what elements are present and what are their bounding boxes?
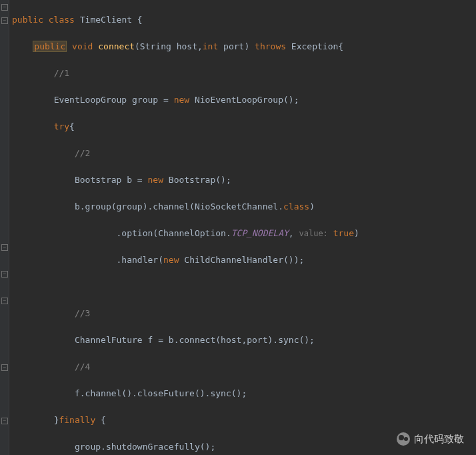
inline-hint: value:: [299, 229, 327, 238]
keyword: class: [283, 201, 309, 211]
code-line[interactable]: group.shutdownGracefully();: [12, 440, 440, 454]
code-editor[interactable]: − − − − − − − public class TimeClient { …: [0, 0, 476, 455]
fold-icon[interactable]: −: [1, 418, 8, 424]
comment: //3: [75, 308, 90, 318]
code-line[interactable]: //2: [12, 147, 440, 160]
keyword: class: [49, 15, 75, 25]
fold-icon[interactable]: −: [1, 244, 8, 251]
keyword-highlighted: public: [33, 41, 67, 52]
code-line[interactable]: [12, 280, 440, 294]
fold-icon[interactable]: −: [1, 298, 8, 304]
keyword: finally: [59, 415, 95, 425]
code-line[interactable]: EventLoopGroup group = new NioEventLoopG…: [12, 93, 440, 107]
code-line[interactable]: public class TimeClient {: [12, 13, 440, 27]
keyword: try: [54, 121, 69, 131]
params: port): [218, 41, 255, 51]
static-field: TCP_NODELAY: [231, 228, 289, 238]
comment: //1: [54, 68, 69, 78]
keyword: new: [174, 95, 189, 105]
fold-icon[interactable]: −: [1, 17, 8, 24]
text: {: [69, 121, 75, 131]
code-line[interactable]: f.channel().closeFuture().sync();: [12, 387, 440, 400]
code-line[interactable]: b.group(group).channel(NioSocketChannel.…: [12, 200, 440, 213]
gutter: − − − − − − −: [0, 0, 9, 455]
code-line[interactable]: .option(ChannelOption.TCP_NODELAY, value…: [12, 227, 440, 240]
comment: //4: [75, 362, 90, 372]
code-line[interactable]: //3: [12, 307, 440, 320]
text: Bootstrap b =: [75, 175, 148, 185]
params: (String host,: [135, 41, 203, 51]
code-line[interactable]: ChannelFuture f = b.connect(host,port).s…: [12, 334, 440, 347]
keyword: new: [148, 175, 163, 185]
keyword: int: [203, 41, 218, 51]
text: ChildChannelHandler());: [179, 255, 304, 265]
code-line[interactable]: try{: [12, 120, 440, 133]
keyword: new: [163, 255, 179, 265]
code-line[interactable]: public void connect(String host,int port…: [12, 40, 440, 53]
fold-icon[interactable]: −: [1, 4, 8, 11]
comment: //2: [75, 148, 90, 158]
keyword: throws: [255, 41, 286, 51]
text: ChannelFuture f = b.connect(host,port).s…: [75, 335, 315, 345]
keyword: public: [12, 15, 43, 25]
wechat-icon: [397, 432, 410, 446]
keyword: void: [72, 41, 93, 51]
code-line[interactable]: Bootstrap b = new Bootstrap();: [12, 173, 440, 187]
text: .handler(: [117, 255, 163, 265]
text: Exception{: [286, 41, 343, 51]
watermark-text: 向代码致敬: [414, 432, 464, 446]
code-line[interactable]: //4: [12, 360, 440, 374]
fold-icon[interactable]: −: [1, 271, 8, 278]
text: EventLoopGroup group =: [54, 95, 174, 105]
text: group.shutdownGracefully();: [75, 442, 215, 452]
class-name: TimeClient {: [80, 15, 143, 25]
text: f.channel().closeFuture().sync();: [75, 388, 247, 398]
text: b.group(group).channel(NioSocketChannel.: [75, 201, 283, 211]
fold-icon[interactable]: −: [1, 364, 8, 371]
text: {: [95, 415, 106, 425]
code-line[interactable]: //1: [12, 67, 440, 80]
text: ): [309, 201, 315, 211]
text: Bootstrap();: [163, 175, 231, 185]
method-name: connect: [98, 41, 135, 51]
watermark: 向代码致敬: [397, 432, 464, 446]
text: ,: [289, 228, 299, 238]
text: NioEventLoopGroup();: [189, 95, 299, 105]
code-area[interactable]: public class TimeClient { public void co…: [9, 0, 440, 455]
code-line[interactable]: .handler(new ChildChannelHandler());: [12, 254, 440, 267]
keyword: true: [328, 228, 354, 238]
code-line[interactable]: }finally {: [12, 414, 440, 427]
text: .option(ChannelOption.: [117, 228, 231, 238]
text: ): [354, 228, 359, 238]
